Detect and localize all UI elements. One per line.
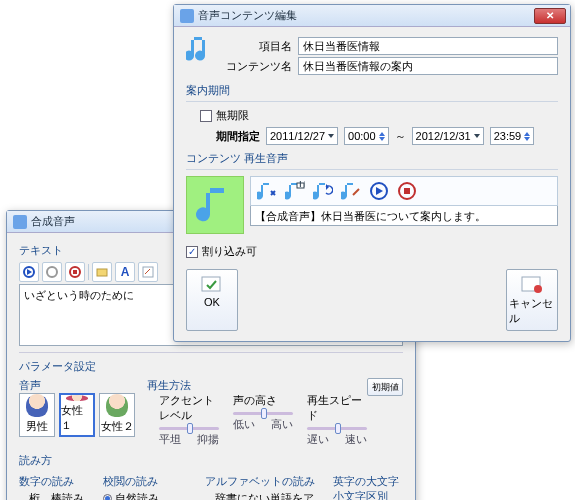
- item-name-field[interactable]: [298, 37, 558, 55]
- svg-marker-1: [27, 269, 32, 275]
- svg-marker-13: [326, 184, 329, 190]
- chevron-down-icon: [474, 134, 480, 138]
- voice-female1[interactable]: 女性１: [59, 393, 95, 437]
- play-button[interactable]: [19, 262, 39, 282]
- pitch-slider[interactable]: 声の高さ低い高い: [233, 393, 293, 447]
- svg-rect-5: [97, 269, 107, 276]
- app-icon: [13, 215, 27, 229]
- content-audio-label: コンテンツ 再生音声: [186, 151, 558, 166]
- svg-rect-17: [404, 188, 410, 194]
- avatar-icon: [26, 394, 48, 417]
- separator: [88, 264, 89, 280]
- stop-button[interactable]: [65, 262, 85, 282]
- text-value: いざという時のために: [24, 289, 134, 301]
- window-title: 音声コンテンツ編集: [198, 8, 534, 23]
- date-to-combo[interactable]: 2012/12/31: [412, 127, 484, 145]
- cancel-button[interactable]: キャンセル: [506, 269, 558, 331]
- svg-text:TEXT: TEXT: [297, 181, 305, 189]
- voice-label: 音声: [19, 379, 41, 391]
- svg-point-2: [47, 267, 57, 277]
- radio-option[interactable]: 辞書にない単語をアルファベット読み: [205, 491, 320, 500]
- stop-button[interactable]: [396, 180, 418, 202]
- tilde: ～: [395, 129, 406, 144]
- svg-rect-4: [73, 270, 77, 274]
- avatar-icon: [106, 394, 128, 417]
- period-label: 期間指定: [216, 129, 260, 144]
- font-button[interactable]: A: [115, 262, 135, 282]
- audio-action-icon[interactable]: [312, 180, 334, 202]
- voice-female2[interactable]: 女性２: [99, 393, 135, 437]
- voice-male[interactable]: 男性: [19, 393, 55, 437]
- svg-marker-15: [376, 187, 383, 195]
- pause-button[interactable]: [42, 262, 62, 282]
- app-icon: [180, 9, 194, 23]
- radio-option[interactable]: 桁、棒読みを自動判定: [19, 491, 89, 500]
- content-thumbnail: [186, 176, 244, 234]
- interrupt-checkbox[interactable]: [186, 246, 198, 258]
- ok-button[interactable]: OK: [186, 269, 238, 331]
- close-icon[interactable]: ✕: [534, 8, 566, 24]
- audio-action-icon[interactable]: [256, 180, 278, 202]
- svg-rect-18: [202, 277, 220, 291]
- period-group-label: 案内期間: [186, 83, 558, 98]
- speed-slider[interactable]: 再生スピード遅い速い: [307, 393, 367, 447]
- time-from-spinner[interactable]: 00:00: [344, 127, 389, 145]
- svg-rect-6: [143, 267, 153, 277]
- svg-point-20: [534, 285, 542, 293]
- content-name-label: コンテンツ名: [218, 59, 298, 74]
- chevron-down-icon: [328, 134, 334, 138]
- radio-option[interactable]: 自然読み: [103, 491, 190, 500]
- time-to-spinner[interactable]: 23:59: [490, 127, 535, 145]
- play-method-label: 再生方法: [147, 379, 191, 391]
- accent-slider[interactable]: アクセントレベル平坦抑揚: [159, 393, 219, 447]
- unlimited-checkbox[interactable]: [200, 110, 212, 122]
- audio-action-icon[interactable]: TEXT: [284, 180, 306, 202]
- audio-action-icon[interactable]: [340, 180, 362, 202]
- reset-button[interactable]: 初期値: [367, 378, 403, 396]
- titlebar[interactable]: 音声コンテンツ編集 ✕: [174, 5, 570, 27]
- interrupt-label: 割り込み可: [202, 244, 257, 259]
- content-name-field[interactable]: [298, 57, 558, 75]
- open-file-button[interactable]: [92, 262, 112, 282]
- unlimited-label: 無期限: [216, 108, 249, 123]
- separator: [186, 169, 558, 170]
- date-from-combo[interactable]: 2011/12/27: [266, 127, 338, 145]
- param-label: パラメータ設定: [19, 359, 403, 374]
- music-icon: [186, 35, 214, 63]
- audio-description[interactable]: 【合成音声】休日当番医について案内します。: [250, 206, 558, 226]
- audio-action-toolbar: TEXT: [250, 176, 558, 206]
- reading-label: 読み方: [19, 453, 403, 468]
- item-name-label: 項目名: [218, 39, 298, 54]
- play-button[interactable]: [368, 180, 390, 202]
- edit-button[interactable]: [138, 262, 158, 282]
- avatar-icon: [66, 395, 88, 401]
- separator: [186, 101, 558, 102]
- audio-content-edit-window: 音声コンテンツ編集 ✕ 項目名 コンテンツ名 案内期間 無期限 期間指定: [173, 4, 571, 342]
